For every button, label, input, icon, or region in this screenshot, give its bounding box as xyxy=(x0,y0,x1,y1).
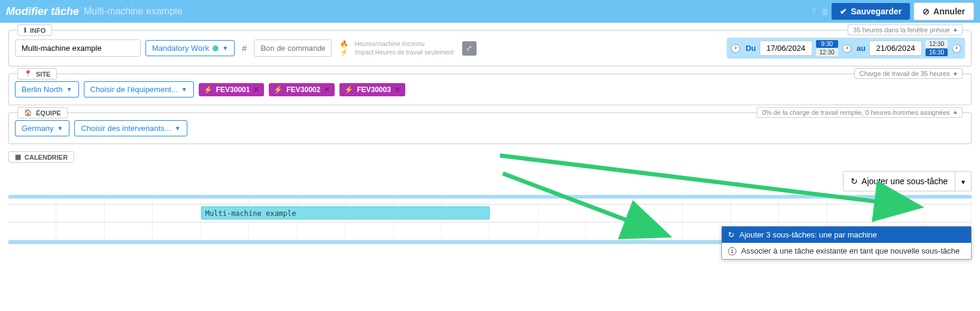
category-dot-icon xyxy=(213,45,219,51)
team-right-label: 0% de la charge de travail remplie, 0 he… xyxy=(757,107,963,118)
info-label-text: INFO xyxy=(30,27,45,34)
workers-select[interactable]: Choisir des intervenants... ▼ xyxy=(74,120,187,136)
cancel-button-label: Annuler xyxy=(933,7,965,16)
remove-tag-icon[interactable]: ✕ xyxy=(253,86,259,94)
caret-down-icon: ▼ xyxy=(66,86,72,93)
tag-label: FEV30001 xyxy=(216,86,250,94)
dropdown-item-add-per-machine[interactable]: ↻ Ajouter 3 sous-tâches: une par machine xyxy=(722,227,971,243)
equipment-select[interactable]: Choisir de l'équipement... ▼ xyxy=(84,81,194,97)
hours-value: Inconnu xyxy=(402,40,424,47)
location-select[interactable]: Berlin North ▼ xyxy=(15,81,79,97)
clock-back-icon: ↻ xyxy=(728,230,735,239)
info-panel-label: ℹ INFO xyxy=(17,25,52,36)
country-label: Germany xyxy=(22,124,53,133)
team-panel: 🏠 ÉQUIPE 0% de la charge de travail remp… xyxy=(8,112,972,144)
save-button-label: Sauvegarder xyxy=(851,7,902,16)
site-right-label: Charge de travail de 35 heures + xyxy=(854,68,963,79)
dropdown-item-label: Ajouter 3 sous-tâches: une par machine xyxy=(739,230,877,239)
site-right-text: Charge de travail de 35 heures xyxy=(860,70,950,77)
bolt-icon: ⚡ xyxy=(204,86,213,94)
dropdown-item-link-existing[interactable]: 1 Associer à une tâche existante en tant… xyxy=(722,243,971,244)
page-title: Modifier tâche xyxy=(6,5,79,18)
header-bar: Modifier tâche Multi-machine example ? 🗑… xyxy=(0,0,980,23)
equipment-tag[interactable]: ⚡ FEV30001 ✕ xyxy=(199,83,265,96)
info-right-text: 35 heures dans la fenêtre prévue xyxy=(853,26,949,33)
bolt-icon: ⚡ xyxy=(344,86,353,94)
add-subtask-label: Ajouter une sous-tâche xyxy=(861,176,948,186)
cancel-button[interactable]: ⊘ Annuler xyxy=(914,2,974,20)
save-button[interactable]: ✔ Sauvegarder xyxy=(832,3,910,20)
tag-label: FEV30003 xyxy=(357,86,391,94)
add-subtask-button[interactable]: ↻ Ajouter une sous-tâche xyxy=(843,171,955,191)
date-from-label: Du xyxy=(745,44,756,53)
cancel-icon: ⊘ xyxy=(923,7,930,16)
delete-icon[interactable]: 🗑 xyxy=(821,7,829,16)
site-panel: 📍 SITE Charge de travail de 35 heures + … xyxy=(8,74,972,105)
remove-tag-icon[interactable]: ✕ xyxy=(324,86,330,94)
clock-back-icon: ↻ xyxy=(851,176,858,186)
caret-down-icon: ▼ xyxy=(181,86,187,93)
location-label: Berlin North xyxy=(22,85,63,94)
team-panel-label: 🏠 ÉQUIPE xyxy=(17,107,68,118)
caret-down-icon: ▼ xyxy=(175,125,181,132)
clock-icon: 🕐 xyxy=(951,44,961,53)
country-select[interactable]: Germany ▼ xyxy=(15,120,69,136)
plus-icon[interactable]: + xyxy=(954,70,957,77)
date-from-input[interactable] xyxy=(760,41,812,56)
date-to-time2[interactable]: 16:30 xyxy=(926,48,948,56)
caret-down-icon: ▼ xyxy=(960,179,966,185)
info-panel: ℹ INFO 35 heures dans la fenêtre prévue … xyxy=(8,30,972,66)
site-panel-label: 📍 SITE xyxy=(17,68,57,80)
site-label-text: SITE xyxy=(36,71,50,78)
home-icon: 🏠 xyxy=(24,109,32,117)
bolt-icon: ⚡ xyxy=(340,48,348,56)
hours-label: Heures/machine xyxy=(354,40,400,47)
expand-icon[interactable]: ⤢ xyxy=(462,41,477,56)
date-to-input[interactable] xyxy=(869,41,922,56)
info-right-label: 35 heures dans la fenêtre prévue + xyxy=(848,25,963,35)
info-meta: Heures/machine Inconnu Impact Heures de … xyxy=(354,40,453,56)
workers-label: Choisir des intervenants... xyxy=(81,124,171,133)
caret-down-icon: ▼ xyxy=(222,45,228,51)
info-icon: ℹ xyxy=(24,26,26,34)
date-from-time2[interactable]: 12:30 xyxy=(816,48,838,56)
team-label-text: ÉQUIPE xyxy=(36,109,61,117)
gantt-task-row[interactable]: Multi-machine example xyxy=(8,205,972,222)
bolt-icon: ⚡ xyxy=(274,86,283,94)
tag-label: FEV30002 xyxy=(286,86,320,94)
equipment-tag[interactable]: ⚡ FEV30003 ✕ xyxy=(339,83,405,96)
date-from-time1[interactable]: 9:30 xyxy=(816,40,838,48)
clock-icon: 🕐 xyxy=(730,44,741,53)
team-right-text: 0% de la charge de travail remplie, 0 he… xyxy=(762,109,950,116)
check-icon: ✔ xyxy=(840,7,847,16)
calendar-label-text: CALENDRIER xyxy=(25,154,68,161)
gantt-task-bar[interactable]: Multi-machine example xyxy=(201,206,490,219)
date-to-time1[interactable]: 12:30 xyxy=(926,40,948,48)
pin-icon: 📍 xyxy=(24,70,32,78)
impact-label: Impact xyxy=(354,48,374,56)
add-subtask-dropdown-toggle[interactable]: ▼ xyxy=(955,171,972,191)
plus-icon[interactable]: + xyxy=(954,109,957,116)
date-to-label: au xyxy=(857,44,866,53)
caret-down-icon: ▼ xyxy=(57,125,63,132)
impact-value: Heures de travail seulement xyxy=(375,48,454,56)
subtask-dropdown-menu: ↻ Ajouter 3 sous-tâches: une par machine… xyxy=(721,226,972,244)
category-select[interactable]: Mandatory Work ▼ xyxy=(145,40,235,56)
category-label: Mandatory Work xyxy=(152,44,209,53)
calendar-label: ▦ CALENDRIER xyxy=(8,151,74,163)
task-name-input[interactable] xyxy=(15,39,141,57)
hash-icon: # xyxy=(242,43,247,53)
flame-bolt-icons: 🔥 ⚡ xyxy=(340,40,348,56)
flame-icon: 🔥 xyxy=(340,40,348,48)
date-range-block: 🕐 Du 9:30 12:30 🕐 au 12:30 16:30 🕐 xyxy=(727,38,965,59)
remove-tag-icon[interactable]: ✕ xyxy=(395,86,401,94)
plus-icon[interactable]: + xyxy=(954,26,957,33)
gantt-header xyxy=(8,199,972,205)
page-subtitle: Multi-machine example xyxy=(84,6,183,17)
equipment-label: Choisir de l'équipement... xyxy=(90,85,178,94)
help-icon[interactable]: ? xyxy=(811,7,816,16)
order-input[interactable] xyxy=(254,39,332,57)
calendar-icon: ▦ xyxy=(15,153,21,161)
equipment-tag[interactable]: ⚡ FEV30002 ✕ xyxy=(269,83,335,96)
clock-icon: 🕐 xyxy=(842,44,852,53)
